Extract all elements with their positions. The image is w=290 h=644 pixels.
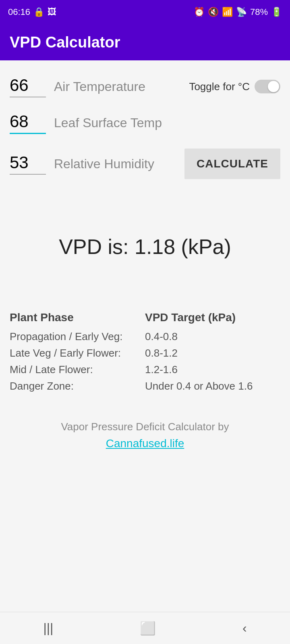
reference-header: Plant Phase VPD Target (kPa) (10, 311, 280, 324)
humidity-input[interactable] (10, 153, 46, 175)
time-display: 06:16 (8, 7, 30, 17)
wifi-icon: 📶 (222, 7, 233, 17)
air-temp-label: Air Temperature (54, 79, 189, 94)
phase-cell-2: Mid / Late Flower: (10, 363, 145, 376)
celsius-toggle-container: Toggle for °C (189, 80, 280, 93)
vpd-result-text: VPD is: 1.18 (kPa) (59, 235, 231, 259)
target-cell-0: 0.4-0.8 (145, 330, 280, 343)
nav-bar: ||| ⬜ ‹ (0, 612, 290, 644)
toggle-knob (268, 81, 279, 92)
back-nav-icon[interactable]: ||| (43, 621, 53, 636)
humidity-label: Relative Humidity (54, 157, 184, 171)
home-nav-icon[interactable]: ⬜ (140, 621, 156, 636)
app-header: VPD Calculator (0, 24, 290, 60)
table-row: Propagation / Early Veg: 0.4-0.8 (10, 330, 280, 343)
celsius-toggle[interactable] (255, 80, 280, 93)
table-row: Danger Zone: Under 0.4 or Above 1.6 (10, 380, 280, 392)
battery-display: 78% (250, 7, 268, 17)
recent-nav-icon[interactable]: ‹ (242, 621, 247, 636)
air-temp-input-container (10, 76, 46, 97)
leaf-temp-input-container (10, 112, 46, 134)
target-cell-1: 0.8-1.2 (145, 347, 280, 359)
reference-table: Plant Phase VPD Target (kPa) Propagation… (0, 299, 290, 405)
phase-cell-0: Propagation / Early Veg: (10, 330, 145, 343)
calculate-button[interactable]: CALCULATE (184, 149, 280, 179)
battery-icon: 🔋 (271, 7, 282, 17)
table-row: Mid / Late Flower: 1.2-1.6 (10, 363, 280, 376)
vpd-result-section: VPD is: 1.18 (kPa) (0, 194, 290, 299)
leaf-temp-label: Leaf Surface Temp (54, 116, 280, 130)
phase-cell-3: Danger Zone: (10, 380, 145, 392)
status-left: 06:16 🔒 🖼 (8, 7, 56, 17)
signal-icon: 📡 (236, 7, 247, 17)
image-icon: 🖼 (48, 7, 56, 17)
humidity-row: Relative Humidity CALCULATE (10, 141, 280, 186)
status-bar: 06:16 🔒 🖼 ⏰ 🔇 📶 📡 78% 🔋 (0, 0, 290, 24)
mute-icon: 🔇 (208, 7, 219, 17)
main-content: Air Temperature Toggle for °C Leaf Surfa… (0, 60, 290, 194)
air-temp-input[interactable] (10, 76, 46, 97)
table-row: Late Veg / Early Flower: 0.8-1.2 (10, 347, 280, 359)
leaf-temp-row: Leaf Surface Temp (10, 105, 280, 141)
footer-link[interactable]: Cannafused.life (106, 437, 184, 450)
target-cell-3: Under 0.4 or Above 1.6 (145, 380, 280, 392)
status-right: ⏰ 🔇 📶 📡 78% 🔋 (194, 7, 282, 17)
lock-icon: 🔒 (33, 7, 44, 17)
humidity-input-container (10, 153, 46, 175)
col1-header: Plant Phase (10, 311, 145, 324)
app-title: VPD Calculator (10, 34, 120, 51)
air-temp-row: Air Temperature Toggle for °C (10, 68, 280, 105)
footer-text: Vapor Pressure Deficit Calculator by (8, 421, 282, 433)
col2-header: VPD Target (kPa) (145, 311, 280, 324)
footer: Vapor Pressure Deficit Calculator by Can… (0, 405, 290, 458)
toggle-label: Toggle for °C (189, 80, 250, 93)
target-cell-2: 1.2-1.6 (145, 363, 280, 376)
leaf-temp-input[interactable] (10, 112, 46, 134)
phase-cell-1: Late Veg / Early Flower: (10, 347, 145, 359)
alarm-icon: ⏰ (194, 7, 205, 17)
